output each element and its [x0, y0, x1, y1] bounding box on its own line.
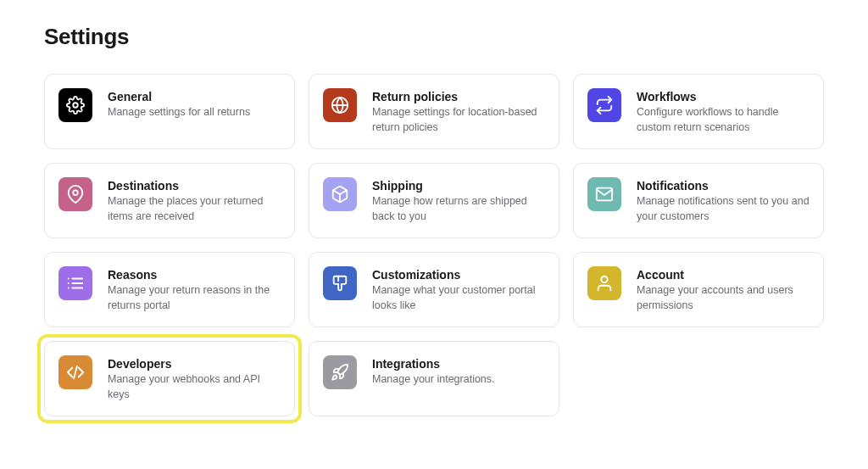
card-title: Account [637, 268, 810, 282]
highlight-developers: Developers Manage your webhooks and API … [37, 334, 302, 423]
card-reasons[interactable]: Reasons Manage your return reasons in th… [44, 252, 295, 327]
svg-point-0 [73, 103, 78, 108]
svg-line-14 [74, 366, 77, 379]
card-title: General [108, 90, 250, 103]
gear-icon [58, 88, 92, 122]
card-desc: Manage your return reasons in the return… [108, 283, 281, 313]
card-destinations[interactable]: Destinations Manage the places your retu… [44, 163, 295, 238]
page-title: Settings [44, 24, 824, 50]
card-integrations[interactable]: Integrations Manage your integrations. [309, 341, 559, 416]
card-shipping[interactable]: Shipping Manage how returns are shipped … [309, 163, 559, 238]
card-desc: Manage the places your returned items ar… [108, 194, 281, 224]
code-icon [58, 355, 92, 389]
mail-icon [587, 177, 621, 211]
card-desc: Manage notifications sent to you and you… [637, 194, 810, 224]
card-general[interactable]: General Manage settings for all returns [44, 74, 295, 149]
card-workflows[interactable]: Workflows Configure workflows to handle … [573, 74, 824, 149]
card-title: Integrations [372, 357, 495, 371]
settings-grid: General Manage settings for all returns … [44, 74, 824, 416]
card-title: Shipping [372, 179, 545, 193]
card-title: Reasons [108, 268, 281, 282]
card-desc: Manage settings for location-based retur… [372, 105, 545, 135]
card-desc: Manage your integrations. [372, 372, 495, 388]
card-desc: Manage settings for all returns [108, 105, 250, 120]
card-title: Customizations [372, 268, 545, 282]
card-title: Destinations [108, 179, 281, 193]
card-desc: Manage what your customer portal looks l… [372, 283, 545, 313]
arrows-swap-icon [587, 88, 621, 122]
svg-point-13 [601, 276, 607, 282]
card-developers[interactable]: Developers Manage your webhooks and API … [44, 341, 295, 416]
card-notifications[interactable]: Notifications Manage notifications sent … [573, 163, 824, 238]
card-return-policies[interactable]: Return policies Manage settings for loca… [309, 74, 559, 149]
user-icon [587, 266, 621, 300]
globe-icon [323, 88, 357, 122]
paint-brush-icon [323, 266, 357, 300]
card-title: Notifications [637, 179, 810, 193]
rocket-icon [323, 355, 357, 389]
package-icon [323, 177, 357, 211]
card-title: Return policies [372, 90, 545, 103]
card-desc: Configure workflows to handle custom ret… [637, 105, 810, 135]
list-icon [58, 266, 92, 300]
card-customizations[interactable]: Customizations Manage what your customer… [309, 252, 559, 327]
card-account[interactable]: Account Manage your accounts and users p… [573, 252, 824, 327]
card-desc: Manage your accounts and users permissio… [637, 283, 810, 313]
card-desc: Manage your webhooks and API keys [108, 372, 281, 402]
card-title: Workflows [637, 90, 810, 103]
svg-point-3 [73, 190, 78, 195]
map-pin-icon [58, 177, 92, 211]
card-title: Developers [108, 357, 281, 371]
card-desc: Manage how returns are shipped back to y… [372, 194, 545, 224]
